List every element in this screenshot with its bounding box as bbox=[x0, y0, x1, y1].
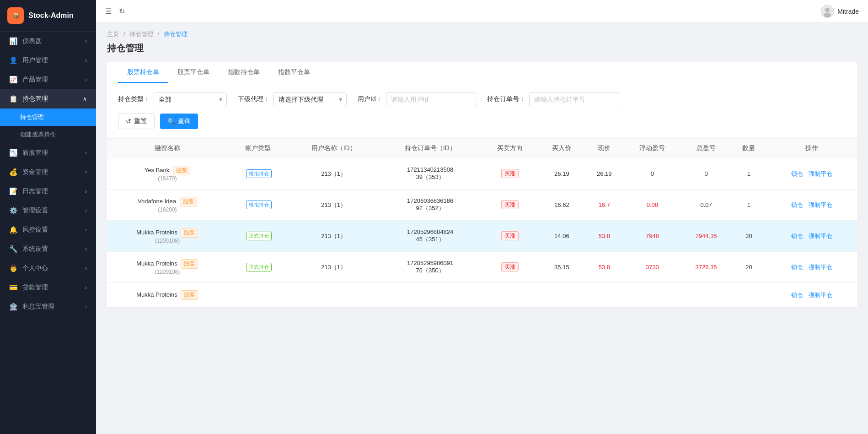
sidebar-item-interest[interactable]: 🏦 利息宝管理 › bbox=[0, 297, 96, 316]
tab-index-flat[interactable]: 指数平仓单 bbox=[269, 62, 319, 83]
sidebar-item-admin-settings[interactable]: ⚙️ 管理设置 › bbox=[0, 201, 96, 220]
user-name: Mitrade bbox=[837, 8, 859, 15]
sidebar-item-admin-label: 管理设置 bbox=[22, 206, 48, 215]
account-type-tag: 模拟持仓 bbox=[246, 169, 272, 178]
cell-order-no: 17206036636186 92（352） bbox=[379, 190, 481, 221]
breadcrumb: 主页 / 持仓管理 / 持仓管理 bbox=[107, 30, 857, 38]
reset-label: 重置 bbox=[134, 117, 147, 125]
breadcrumb-sep-1: / bbox=[123, 31, 127, 38]
force-flat-action[interactable]: 强制平仓 bbox=[809, 292, 832, 298]
company-name: Vodafone Idea 股票 bbox=[111, 197, 224, 206]
chevron-up-icon: ∧ bbox=[83, 96, 87, 102]
table-header-row: 融资名称 账户类型 用户名称（ID） 持仓订单号（ID） 买卖方向 买入价 现价… bbox=[107, 139, 857, 158]
reset-button[interactable]: ↺ 重置 bbox=[118, 114, 155, 129]
search-button[interactable]: 🔍 查询 bbox=[160, 114, 198, 129]
breadcrumb-position[interactable]: 持仓管理 bbox=[129, 31, 153, 38]
table-row: Mukka Proteins 股票 (1209108) 正式持仓 213（1） … bbox=[107, 221, 857, 252]
lock-action[interactable]: 锁仓 bbox=[791, 233, 803, 239]
sidebar-item-product-mgmt[interactable]: 📈 产品管理 › bbox=[0, 70, 96, 89]
topbar-left: ☰ ↻ bbox=[105, 7, 125, 16]
sidebar-item-risk-settings[interactable]: 🔔 风控设置 › bbox=[0, 220, 96, 239]
account-type-tag: 正式持仓 bbox=[246, 263, 272, 271]
sidebar-item-system-settings[interactable]: 🔧 系统设置 › bbox=[0, 239, 96, 259]
sidebar-navigation: 📊 仪表盘 › 👤 用户管理 › 📈 产品管理 › 📋 持仓管理 bbox=[0, 32, 96, 434]
cell-direction: 买涨 bbox=[481, 158, 539, 190]
cell-quantity: 20 bbox=[731, 221, 766, 252]
admin-icon: ⚙️ bbox=[9, 206, 18, 215]
chevron-down-icon: › bbox=[85, 227, 87, 233]
company-id: (1209108) bbox=[111, 269, 224, 275]
lock-action[interactable]: 锁仓 bbox=[791, 292, 803, 298]
company-name: Mukka Proteins 股票 bbox=[111, 290, 224, 300]
position-type-select[interactable]: 全部 模拟持仓 正式持仓 bbox=[154, 92, 227, 106]
lock-action[interactable]: 锁仓 bbox=[791, 170, 803, 177]
topbar: ☰ ↻ Mitrade bbox=[96, 0, 868, 23]
main-card: 股票持仓单 股票平仓单 指数持仓单 指数平仓单 持仓类型： bbox=[107, 62, 857, 308]
cell-float-profit: 0 bbox=[624, 158, 681, 190]
sidebar-subitem-position-mgmt[interactable]: 持仓管理 bbox=[0, 108, 96, 126]
force-flat-action[interactable]: 强制平仓 bbox=[809, 264, 832, 271]
cell-order-no: 17211340213508 39（353） bbox=[379, 158, 481, 190]
cell-order-no: 17205296884824 45（351） bbox=[379, 221, 481, 252]
table-wrapper: 融资名称 账户类型 用户名称（ID） 持仓订单号（ID） 买卖方向 买入价 现价… bbox=[107, 138, 857, 308]
cell-direction: 买涨 bbox=[481, 221, 539, 252]
fund-icon: 💰 bbox=[9, 168, 18, 176]
cell-order-no bbox=[379, 283, 481, 308]
sidebar-item-log-mgmt[interactable]: 📝 日志管理 › bbox=[0, 182, 96, 201]
tab-stock-position[interactable]: 股票持仓单 bbox=[118, 62, 168, 83]
stock-tag: 股票 bbox=[181, 259, 198, 269]
sidebar-item-new-stock[interactable]: 📉 新股管理 › bbox=[0, 143, 96, 163]
sidebar-item-user-mgmt[interactable]: 👤 用户管理 › bbox=[0, 51, 96, 70]
sidebar-item-system-label: 系统设置 bbox=[22, 245, 48, 253]
sub-agent-select-wrapper: 请选择下级代理 bbox=[273, 92, 347, 106]
refresh-icon[interactable]: ↻ bbox=[119, 7, 125, 16]
sidebar-item-personal[interactable]: 👨 个人中心 › bbox=[0, 259, 96, 278]
sidebar-subitem-create-stock[interactable]: 创建股票持仓 bbox=[0, 126, 96, 143]
cell-quantity: 20 bbox=[731, 252, 766, 283]
cell-total-profit bbox=[681, 283, 731, 308]
cell-actions: 锁仓 强制平仓 bbox=[766, 158, 857, 190]
cell-company: Vodafone Idea 股票 (18200) bbox=[107, 190, 228, 221]
force-flat-action[interactable]: 强制平仓 bbox=[809, 233, 832, 239]
search-label: 查询 bbox=[178, 117, 191, 125]
tab-stock-flat[interactable]: 股票平仓单 bbox=[168, 62, 219, 83]
sidebar-item-fund-mgmt[interactable]: 💰 资金管理 › bbox=[0, 163, 96, 182]
sub-agent-select[interactable]: 请选择下级代理 bbox=[273, 92, 347, 106]
table-body: Yes Bank 股票 (18470) 模拟持仓 213（1） 17211340… bbox=[107, 158, 857, 308]
cell-user: 213（1） bbox=[288, 252, 379, 283]
company-name: Mukka Proteins 股票 bbox=[111, 259, 224, 269]
search-icon: 🔍 bbox=[167, 118, 175, 125]
cell-direction: 买涨 bbox=[481, 190, 539, 221]
lock-action[interactable]: 锁仓 bbox=[791, 201, 803, 208]
sidebar-subitem-position-label: 持仓管理 bbox=[20, 114, 44, 120]
order-no-label: 持仓订单号： bbox=[487, 95, 525, 103]
sidebar-item-position-mgmt[interactable]: 📋 持仓管理 ∧ bbox=[0, 89, 96, 108]
sidebar-item-loan[interactable]: 💳 贷款管理 › bbox=[0, 278, 96, 297]
breadcrumb-home[interactable]: 主页 bbox=[107, 31, 119, 38]
stock-tag: 股票 bbox=[181, 290, 198, 300]
cell-quantity: 1 bbox=[731, 190, 766, 221]
sub-agent-label: 下级代理： bbox=[238, 95, 270, 103]
log-icon: 📝 bbox=[9, 187, 18, 195]
cell-total-profit: 0 bbox=[681, 158, 731, 190]
dashboard-icon: 📊 bbox=[9, 37, 18, 45]
app-name: Stock-Admin bbox=[28, 11, 74, 20]
lock-action[interactable]: 锁仓 bbox=[791, 264, 803, 271]
col-account-type: 账户类型 bbox=[228, 139, 289, 158]
order-no-input[interactable] bbox=[529, 92, 619, 106]
cell-account-type: 模拟持仓 bbox=[228, 158, 289, 190]
content-area: 主页 / 持仓管理 / 持仓管理 持仓管理 股票持仓单 股票平仓单 指数持仓单 bbox=[96, 23, 868, 434]
account-type-tag: 模拟持仓 bbox=[246, 201, 272, 209]
company-name: Mukka Proteins 股票 bbox=[111, 228, 224, 238]
svg-point-3 bbox=[825, 8, 830, 12]
sidebar-item-dashboard[interactable]: 📊 仪表盘 › bbox=[0, 32, 96, 51]
col-buy-price: 买入价 bbox=[539, 139, 585, 158]
cell-user: 213（1） bbox=[288, 158, 379, 190]
cell-company: Mukka Proteins 股票 bbox=[107, 283, 228, 308]
user-id-input[interactable] bbox=[386, 92, 476, 106]
user-id-label: 用户Id： bbox=[358, 95, 382, 103]
tab-index-position[interactable]: 指数持仓单 bbox=[219, 62, 269, 83]
menu-toggle-icon[interactable]: ☰ bbox=[105, 7, 112, 16]
force-flat-action[interactable]: 强制平仓 bbox=[809, 201, 832, 208]
force-flat-action[interactable]: 强制平仓 bbox=[809, 170, 832, 177]
